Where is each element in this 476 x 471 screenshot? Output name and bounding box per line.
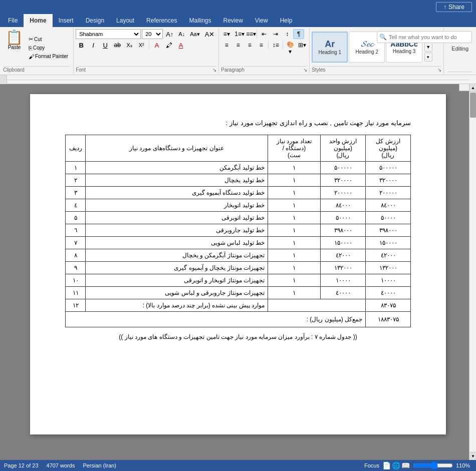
shading-button[interactable]: 🎨▾ xyxy=(285,40,296,50)
styles-expand-icon[interactable]: ↘ xyxy=(437,67,441,73)
table-cell xyxy=(268,299,366,312)
zoom-slider[interactable] xyxy=(413,461,453,469)
heading1-style-button[interactable]: Ar Heading 1 xyxy=(312,32,348,63)
table-row: ۱۰۰۰۰ ۱۰۰۰۰ ۱ تجهیزات مونتاژ اتوبخار و ا… xyxy=(66,274,411,287)
tab-layout[interactable]: Layout xyxy=(110,14,140,27)
align-right-button[interactable]: ≡ xyxy=(244,40,255,50)
table-cell: خط تولید اتوبخار xyxy=(86,199,268,212)
table-row: ۵۰۰۰۰۰ ۵۰۰۰۰۰ ۱ خط تولید آبگرمکن ۱ xyxy=(66,162,411,174)
table-row: ٤۰۰۰۰ ٤۰۰۰۰ ۱ تجهیزات مونتاژ جاروبرقی و … xyxy=(66,287,411,299)
heading2-preview: 𝓢𝓮𝓬 xyxy=(361,40,373,48)
clear-format-button[interactable]: A✕ xyxy=(203,30,217,39)
tab-view[interactable]: View xyxy=(249,14,274,27)
strikethrough-button[interactable]: ab xyxy=(112,40,123,50)
scroll-down-button[interactable]: ▼ xyxy=(469,452,476,460)
align-left-button[interactable]: ≡ xyxy=(221,40,232,50)
table-cell: ۵ xyxy=(66,212,86,224)
borders-button[interactable]: ⊞▾ xyxy=(296,40,307,50)
table-header-col5: ردیف xyxy=(66,135,86,162)
table-row: ۲۰۰۰۰۰ ۲۰۰۰۰۰ ۱ خط تولید دستگاه آبمیوه گ… xyxy=(66,187,411,199)
tab-help[interactable]: Help xyxy=(274,14,299,27)
table-cell: ۵۰۰۰۰ xyxy=(321,212,366,224)
subscript-button[interactable]: X₂ xyxy=(124,40,135,50)
table-cell: ٤۰۰۰۰ xyxy=(321,287,366,299)
font-size-select[interactable]: 20 xyxy=(142,29,163,39)
font-expand-icon[interactable]: ↘ xyxy=(212,67,216,73)
table-header-col3: تعداد مورد نیاز(دستگاه /ست) xyxy=(268,135,321,162)
styles-group-label: Styles ↘ xyxy=(312,66,441,73)
paragraph-group-label: Paragraph ↘ xyxy=(221,66,307,73)
underline-button[interactable]: U xyxy=(100,40,111,50)
table-cell: ۱۰ xyxy=(66,274,86,287)
focus-button[interactable]: Focus xyxy=(364,462,379,468)
sort-button[interactable]: ↕ xyxy=(282,29,293,39)
paragraph-expand-icon[interactable]: ↘ xyxy=(303,67,307,73)
table-cell: ٤۲۰۰۰ xyxy=(321,249,366,262)
scroll-thumb[interactable] xyxy=(470,93,476,118)
table-cell: ۸ xyxy=(66,249,86,262)
table-cell: ۳ xyxy=(66,187,86,199)
styles-more[interactable]: ▾ xyxy=(424,53,432,62)
font-grow-button[interactable]: A↑ xyxy=(164,30,175,39)
line-spacing-button[interactable]: ↕≡ xyxy=(270,40,281,50)
table-cell: خط تولید لباس شویی xyxy=(86,237,268,249)
table-cell: ۱ xyxy=(268,249,321,262)
format-painter-button[interactable]: 🖌 Format Painter xyxy=(27,53,70,61)
search-input[interactable] xyxy=(389,34,469,40)
decrease-indent-button[interactable]: ⇤ xyxy=(259,29,270,39)
change-case-button[interactable]: Aa▾ xyxy=(188,30,201,39)
tab-mailings[interactable]: Mailings xyxy=(183,14,217,27)
tab-insert[interactable]: Insert xyxy=(53,14,80,27)
page-info: Page 12 of 23 xyxy=(4,462,39,468)
table-cell: ۱ xyxy=(268,187,321,199)
font-group-label: Font ↘ xyxy=(76,66,216,73)
clipboard-group: 📋 Paste ✂ Cut ⎘ Copy 🖌 Format Painter Cl… xyxy=(0,28,74,74)
tab-design[interactable]: Design xyxy=(80,14,110,27)
multilevel-button[interactable]: ≡≡▾ xyxy=(244,29,255,39)
superscript-button[interactable]: X² xyxy=(136,40,147,50)
bold-button[interactable]: B xyxy=(76,40,87,50)
bullets-button[interactable]: ≡▾ xyxy=(221,29,232,39)
font-name-select[interactable]: Shabnam xyxy=(76,29,141,39)
increase-indent-button[interactable]: ⇥ xyxy=(270,29,281,39)
table-cell: ۱۲ xyxy=(66,299,86,312)
table-cell: ۸۳۰۷۵ xyxy=(366,299,411,312)
center-button[interactable]: ≡ xyxy=(232,40,244,50)
vertical-scrollbar[interactable]: ▲ ▼ xyxy=(469,84,476,460)
show-marks-button[interactable]: ¶ xyxy=(293,29,304,39)
font-shrink-button[interactable]: A↓ xyxy=(176,30,187,38)
tab-home[interactable]: Home xyxy=(24,14,52,27)
table-cell: ۸٤۰۰۰ xyxy=(321,199,366,212)
table-cell: ۱ xyxy=(268,162,321,174)
font-group: Shabnam 20 A↑ A↓ Aa▾ A✕ B I U ab X₂ X² A… xyxy=(74,28,219,74)
scroll-up-button[interactable]: ▲ xyxy=(469,84,476,92)
table-cell: ٤۲۰۰۰ xyxy=(366,249,411,262)
tab-file[interactable]: File xyxy=(2,14,24,27)
justify-button[interactable]: ≡ xyxy=(256,40,267,50)
paste-button[interactable]: 📋 Paste xyxy=(3,29,26,66)
table-cell: ۱ xyxy=(268,224,321,237)
print-layout-button[interactable]: 📄 xyxy=(382,461,391,469)
table-row: ۵۰۰۰۰ ۵۰۰۰۰ ۱ خط تولید اتوبرقی ۵ xyxy=(66,212,411,224)
highlight-button[interactable]: 🖍 xyxy=(163,40,174,50)
copy-button[interactable]: ⎘ Copy xyxy=(27,44,70,52)
font-color-button[interactable]: A xyxy=(175,40,186,50)
table-cell: ۳۲۰۰۰۰ xyxy=(321,174,366,187)
table-cell: ۹ xyxy=(66,262,86,274)
document-area: ▲ ▼ سرمایه مورد نیاز جهت تامین , نصب و ر… xyxy=(0,84,476,460)
styles-scroll-down[interactable]: ▼ xyxy=(424,43,432,52)
tab-review[interactable]: Review xyxy=(217,14,249,27)
table-cell: ۱۳۲۰۰۰ xyxy=(321,262,366,274)
heading1-preview: Ar xyxy=(325,40,335,49)
web-layout-button[interactable]: 🌐 xyxy=(392,461,400,469)
cut-button[interactable]: ✂ Cut xyxy=(27,35,70,44)
tab-references[interactable]: References xyxy=(140,14,183,27)
read-mode-button[interactable]: 📖 xyxy=(401,461,410,469)
table-cell: خط تولید یخچال xyxy=(86,174,268,187)
text-effects-button[interactable]: A xyxy=(151,40,162,50)
share-button[interactable]: ↑ Share xyxy=(436,2,472,12)
numbering-button[interactable]: 1≡▾ xyxy=(232,29,244,39)
table-cell: ٤۰۰۰۰ xyxy=(366,287,411,299)
italic-button[interactable]: I xyxy=(88,40,99,50)
total-value: ۱۸۸۳۰۷۵ xyxy=(366,312,411,327)
